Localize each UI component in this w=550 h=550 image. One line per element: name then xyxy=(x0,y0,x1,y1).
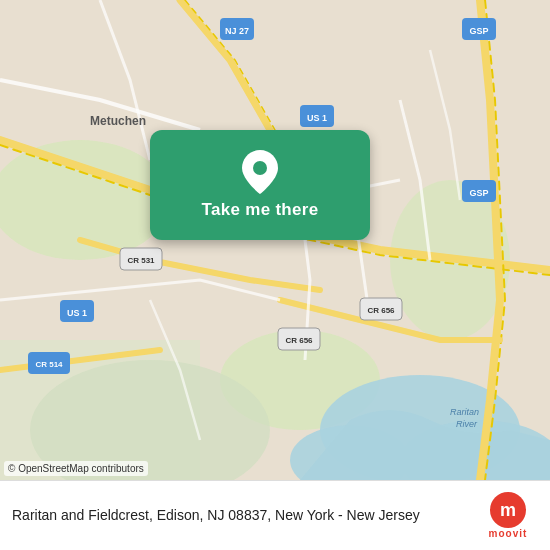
take-me-there-label: Take me there xyxy=(202,200,319,220)
svg-text:Metuchen: Metuchen xyxy=(90,114,146,128)
svg-text:GSP: GSP xyxy=(469,26,488,36)
svg-text:US 1: US 1 xyxy=(67,308,87,318)
map-background: NJ 27 US 1 US 1 GSP GSP CR 531 CR 656 CR… xyxy=(0,0,550,480)
svg-text:CR 514: CR 514 xyxy=(35,360,63,369)
svg-text:CR 656: CR 656 xyxy=(367,306,395,315)
map-container: NJ 27 US 1 US 1 GSP GSP CR 531 CR 656 CR… xyxy=(0,0,550,480)
take-me-there-button[interactable]: Take me there xyxy=(150,130,370,240)
moovit-icon: m xyxy=(490,492,526,528)
svg-text:NJ 27: NJ 27 xyxy=(225,26,249,36)
svg-text:GSP: GSP xyxy=(469,188,488,198)
location-pin-icon xyxy=(242,150,278,194)
svg-text:CR 656: CR 656 xyxy=(285,336,313,345)
info-bar: Raritan and Fieldcrest, Edison, NJ 08837… xyxy=(0,480,550,550)
svg-text:CR 531: CR 531 xyxy=(127,256,155,265)
osm-credit: © OpenStreetMap contributors xyxy=(4,461,148,476)
svg-text:m: m xyxy=(500,500,516,520)
moovit-label: moovit xyxy=(489,528,528,539)
moovit-logo: m moovit xyxy=(478,492,538,539)
svg-text:Raritan: Raritan xyxy=(450,407,479,417)
svg-text:River: River xyxy=(456,419,478,429)
svg-point-30 xyxy=(253,161,267,175)
address-text: Raritan and Fieldcrest, Edison, NJ 08837… xyxy=(12,506,468,526)
svg-text:US 1: US 1 xyxy=(307,113,327,123)
